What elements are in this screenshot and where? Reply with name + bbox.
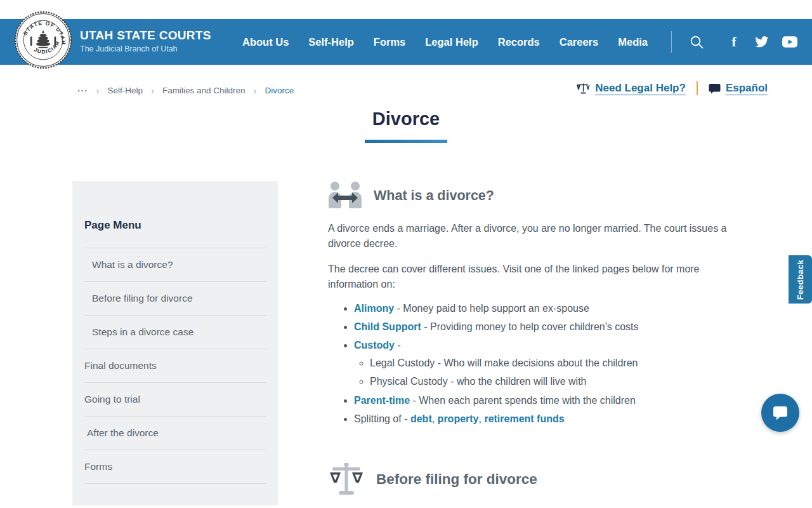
espanol-label: Español <box>726 82 768 95</box>
scales-icon <box>577 82 590 95</box>
title-underline <box>365 140 447 143</box>
brand-title: UTAH STATE COURTS <box>80 29 211 43</box>
custody-sublist: Legal Custody - Who will make decisions … <box>370 356 736 389</box>
feedback-tab[interactable]: Feedback <box>789 255 812 304</box>
main-navigation: About Us Self-Help Forms Legal Help Reco… <box>242 19 648 65</box>
page-menu-list: What is a divorce? Before filing for div… <box>84 248 266 484</box>
debt-link[interactable]: debt <box>410 413 432 424</box>
breadcrumb-divorce[interactable]: Divorce <box>265 86 294 95</box>
facebook-icon[interactable]: f <box>726 34 742 50</box>
nav-about-us[interactable]: About Us <box>242 36 289 48</box>
sidebar-item-final-documents[interactable]: Final documents <box>84 349 266 383</box>
need-legal-help-link[interactable]: Need Legal Help? <box>577 82 686 95</box>
list-item-custody: Custody - Legal Custody - Who will make … <box>354 338 736 389</box>
list-item-legal-custody: Legal Custody - Who will make decisions … <box>370 356 736 371</box>
chat-widget-button[interactable] <box>761 394 799 432</box>
chevron-right-icon: › <box>96 85 100 96</box>
utility-links: Need Legal Help? Español <box>577 81 768 95</box>
list-item-alimony: Alimony - Money paid to help support an … <box>354 301 736 316</box>
retirement-funds-link[interactable]: retirement funds <box>484 413 564 424</box>
brand-subtitle: The Judicial Branch of Utah <box>80 44 211 53</box>
nav-media[interactable]: Media <box>618 36 648 48</box>
list-item-parent-time: Parent-time - When each parent spends ti… <box>354 393 736 408</box>
nav-self-help[interactable]: Self-Help <box>308 36 354 48</box>
utility-divider <box>697 81 698 95</box>
paragraph: The decree can cover different issues. V… <box>328 262 736 292</box>
alimony-link[interactable]: Alimony <box>354 303 394 314</box>
section-before-filing: Before filing for divorce <box>328 462 736 508</box>
section-what-is-a-divorce-header: What is a divorce? <box>328 181 736 211</box>
nav-careers[interactable]: Careers <box>560 36 598 48</box>
main-content: What is a divorce? A divorce ends a marr… <box>328 181 736 508</box>
nav-vertical-divider <box>671 31 672 53</box>
section-before-filing-header: Before filing for divorce <box>328 462 736 497</box>
breadcrumb-families-and-children[interactable]: Families and Children <box>162 86 246 95</box>
top-navigation-bar: STATE OF UTAH JUDICIARY UTAH STATE COURT… <box>0 19 812 65</box>
page-menu-sidebar: Page Menu What is a divorce? Before fili… <box>72 181 278 505</box>
divorcing-couple-icon <box>328 181 362 211</box>
sidebar-item-before-filing[interactable]: Before filing for divorce <box>84 282 266 316</box>
property-link[interactable]: property <box>438 413 479 424</box>
chevron-right-icon: › <box>254 85 257 96</box>
sidebar-item-after-the-divorce[interactable]: After the divorce <box>84 417 266 450</box>
nav-records[interactable]: Records <box>498 36 540 48</box>
sidebar-item-steps[interactable]: Steps in a divorce case <box>84 316 266 349</box>
breadcrumb: ··· › Self-Help › Families and Children … <box>77 85 294 96</box>
sidebar-item-what-is-a-divorce[interactable]: What is a divorce? <box>84 248 266 282</box>
need-legal-help-label: Need Legal Help? <box>595 82 686 95</box>
breadcrumb-self-help[interactable]: Self-Help <box>108 86 143 95</box>
page-title: Divorce <box>0 109 812 130</box>
list-item-physical-custody: Physical Custody - who the children will… <box>370 374 736 389</box>
list-item-child-support: Child Support - Providing money to help … <box>354 319 736 335</box>
sidebar-item-going-to-trial[interactable]: Going to trial <box>84 383 266 417</box>
espanol-link[interactable]: Español <box>709 82 768 95</box>
custody-link[interactable]: Custody <box>354 340 395 351</box>
chat-bubble-icon <box>771 405 789 421</box>
section-heading: What is a divorce? <box>374 188 494 204</box>
parent-time-link[interactable]: Parent-time <box>354 395 410 406</box>
sidebar-item-forms[interactable]: Forms <box>84 450 266 484</box>
nav-legal-help[interactable]: Legal Help <box>425 36 478 48</box>
child-support-link[interactable]: Child Support <box>354 321 421 332</box>
list-item-splitting: Splitting of - debt, property, retiremen… <box>354 411 736 427</box>
site-brand[interactable]: UTAH STATE COURTS The Judicial Branch of… <box>80 29 211 53</box>
social-links: f <box>726 19 797 65</box>
scales-of-justice-icon <box>328 462 365 497</box>
page-menu-title: Page Menu <box>84 219 266 248</box>
divorce-topics-list: Alimony - Money paid to help support an … <box>354 301 736 427</box>
search-icon[interactable] <box>690 35 704 52</box>
paragraph: A divorce ends a marriage. After a divor… <box>328 221 736 251</box>
youtube-icon[interactable] <box>782 34 797 50</box>
nav-forms[interactable]: Forms <box>374 36 405 48</box>
feedback-label: Feedback <box>796 259 805 299</box>
utah-judiciary-seal-logo[interactable]: STATE OF UTAH JUDICIARY <box>14 11 72 69</box>
twitter-icon[interactable] <box>754 34 769 50</box>
section-heading: Before filing for divorce <box>376 471 537 488</box>
chevron-right-icon: › <box>151 85 154 96</box>
speech-bubble-icon <box>709 83 721 94</box>
breadcrumb-ellipsis[interactable]: ··· <box>77 86 88 95</box>
